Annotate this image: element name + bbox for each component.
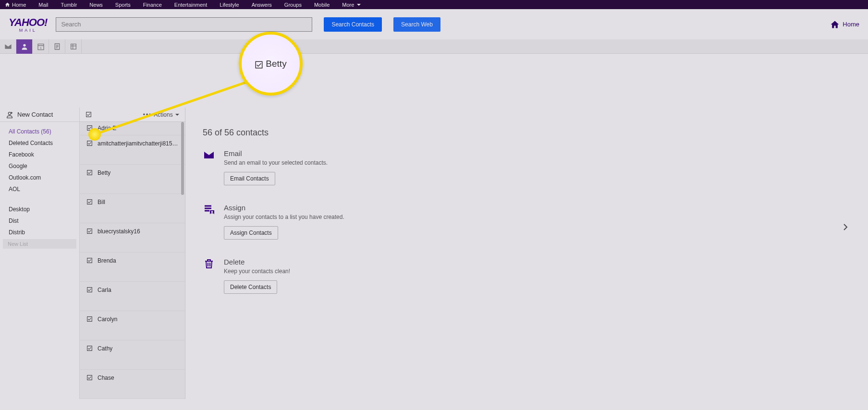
folder-facebook[interactable]: Facebook — [0, 149, 79, 160]
contact-checkbox[interactable] — [86, 140, 93, 146]
person-icon — [21, 43, 28, 50]
delete-section: Delete Keep your contacts clean! Delete … — [203, 258, 854, 294]
trash-icon — [203, 258, 215, 269]
contact-row[interactable]: Cathy — [80, 340, 185, 370]
folder-all-contacts[interactable]: All Contacts (56) — [0, 126, 79, 137]
home-link[interactable]: Home — [830, 20, 859, 29]
checkbox-checked-icon — [86, 345, 93, 351]
contact-name: bluecrystalsky16 — [98, 228, 140, 235]
actions-menu[interactable]: Actions — [154, 111, 179, 118]
more-icon: ••• — [143, 111, 152, 118]
nav-lifestyle[interactable]: Lifestyle — [220, 2, 239, 8]
contact-checkbox[interactable] — [86, 169, 93, 176]
checkbox-checked-icon — [86, 287, 93, 293]
contact-checkbox[interactable] — [86, 287, 93, 293]
contact-row[interactable]: bluecrystalsky16 — [80, 223, 185, 253]
select-all-checkbox[interactable] — [86, 111, 92, 118]
left-sidebar: New Contact All Contacts (56) Deleted Co… — [0, 108, 80, 399]
contact-name: Brenda — [98, 257, 116, 264]
search-web-button[interactable]: Search Web — [393, 17, 440, 32]
checkbox-checked-icon — [86, 316, 93, 322]
nav-home[interactable]: Home — [5, 2, 26, 8]
nav-sports[interactable]: Sports — [115, 2, 131, 8]
checkbox-checked-icon — [86, 199, 93, 205]
email-contacts-button[interactable]: Email Contacts — [224, 172, 275, 185]
feed-icon — [70, 43, 77, 50]
nav-finance[interactable]: Finance — [143, 2, 162, 8]
contact-checkbox[interactable] — [86, 228, 93, 234]
folder-dist[interactable]: Dist — [0, 215, 79, 227]
contact-row[interactable]: Betty — [80, 165, 185, 194]
nav-news[interactable]: News — [89, 2, 103, 8]
contact-name: Chase — [98, 374, 114, 381]
contact-checkbox[interactable] — [86, 316, 93, 322]
scrollbar-thumb[interactable] — [181, 122, 184, 195]
delete-desc: Keep your contacts clean! — [224, 268, 290, 275]
contact-name: Bill — [98, 199, 105, 205]
contact-checkbox[interactable] — [86, 199, 93, 205]
assign-list-icon — [203, 204, 215, 215]
contact-name: Betty — [98, 169, 110, 176]
checkbox-checked-icon — [86, 111, 92, 118]
folder-google[interactable]: Google — [0, 160, 79, 172]
mail-tab[interactable] — [0, 39, 16, 54]
home-icon — [5, 2, 10, 7]
contact-row[interactable]: Carolyn — [80, 311, 185, 340]
checkbox-checked-icon — [255, 60, 263, 69]
top-nav: Home Mail Tumblr News Sports Finance Ent… — [0, 0, 868, 9]
nav-answers[interactable]: Answers — [252, 2, 272, 8]
folder-aol[interactable]: AOL — [0, 183, 79, 195]
contact-row[interactable]: Bill — [80, 194, 185, 223]
nav-entertainment[interactable]: Entertainment — [174, 2, 207, 8]
contact-row[interactable]: Carla — [80, 282, 185, 311]
chevron-right-icon[interactable] — [842, 224, 849, 230]
calendar-tab[interactable]: 6 — [33, 39, 49, 54]
callout-label: Betty — [266, 59, 286, 69]
contact-checkbox[interactable] — [86, 345, 93, 351]
folder-desktop[interactable]: Desktop — [0, 204, 79, 215]
contact-list-pane: ••• Actions Adria Eamitchatterjiamitvcha… — [80, 108, 185, 399]
nav-groups[interactable]: Groups — [284, 2, 302, 8]
new-contact-button[interactable]: New Contact — [0, 108, 79, 122]
svg-text:6: 6 — [40, 47, 42, 49]
nav-mail[interactable]: Mail — [38, 2, 48, 8]
chevron-down-icon — [175, 114, 179, 116]
svg-point-2 — [211, 211, 213, 213]
checkbox-checked-icon — [86, 374, 93, 381]
page-title: 56 of 56 contacts — [203, 128, 854, 138]
contact-name: Carla — [98, 287, 111, 293]
contact-row[interactable]: Chase — [80, 370, 185, 399]
search-input[interactable] — [56, 17, 312, 32]
notepad-tab[interactable] — [49, 39, 65, 54]
new-list-input[interactable]: New List — [3, 239, 76, 249]
checkbox-checked-icon — [86, 140, 93, 146]
folder-distrib[interactable]: Distrib — [0, 227, 79, 238]
checkbox-checked-icon — [86, 169, 93, 176]
email-heading: Email — [224, 149, 328, 157]
checkbox-checked-icon — [86, 257, 93, 264]
contact-row[interactable]: Brenda — [80, 253, 185, 282]
delete-contacts-button[interactable]: Delete Contacts — [224, 280, 277, 294]
folder-deleted[interactable]: Deleted Contacts — [0, 137, 79, 149]
scrollbar[interactable] — [181, 122, 184, 399]
header: YAHOO! MAIL Search Contacts Search Web H… — [0, 9, 868, 39]
nav-mobile[interactable]: Mobile — [314, 2, 330, 8]
contact-name: Adria E — [98, 125, 116, 132]
messenger-tab[interactable] — [65, 39, 82, 54]
search-contacts-button[interactable]: Search Contacts — [324, 17, 382, 32]
contact-list[interactable]: Adria Eamitchatterjiamitvchatterji81593B… — [80, 122, 185, 399]
tool-tabs: 6 — [0, 39, 868, 54]
assign-section: Assign Assign your contacts to a list yo… — [203, 204, 854, 240]
yahoo-mail-logo[interactable]: YAHOO! MAIL — [9, 16, 47, 33]
notepad-icon — [53, 43, 61, 50]
contact-name: Cathy — [98, 345, 112, 352]
nav-tumblr[interactable]: Tumblr — [61, 2, 77, 8]
assign-contacts-button[interactable]: Assign Contacts — [224, 226, 278, 240]
contact-checkbox[interactable] — [86, 257, 93, 264]
folder-list: All Contacts (56) Deleted Contacts Faceb… — [0, 122, 79, 253]
checkbox-checked-icon — [86, 228, 93, 234]
folder-outlook[interactable]: Outlook.com — [0, 172, 79, 183]
contacts-tab[interactable] — [16, 39, 33, 54]
nav-more[interactable]: More — [342, 2, 361, 8]
contact-checkbox[interactable] — [86, 374, 93, 381]
